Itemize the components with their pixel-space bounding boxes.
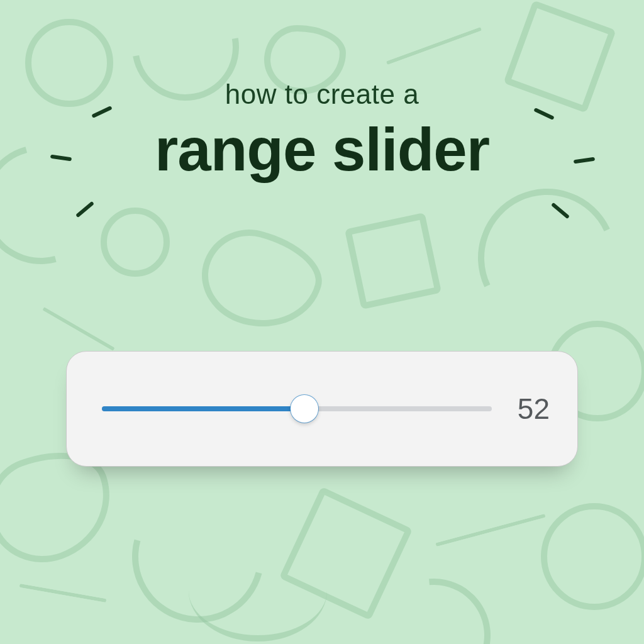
slider-value: 52	[509, 392, 550, 426]
slider-track[interactable]	[102, 406, 492, 411]
slider-thumb[interactable]	[291, 395, 318, 423]
emphasis-dash-icon	[75, 201, 94, 218]
title-kicker: how to create a	[0, 79, 644, 110]
page-title: how to create a range slider	[0, 79, 644, 184]
slider-fill	[102, 406, 304, 411]
slider-card: 52	[66, 351, 578, 467]
emphasis-dash-icon	[551, 203, 570, 219]
title-main: range slider	[0, 115, 644, 184]
